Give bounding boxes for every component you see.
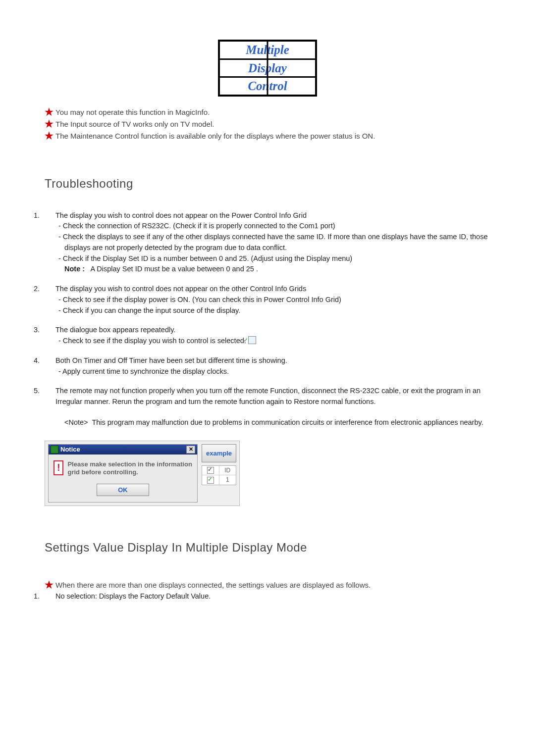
document-page: Multiple Display Control ★ You may not o… (0, 0, 535, 632)
top-note: ★ The Input source of TV works only on T… (45, 118, 490, 130)
ts-item-number: 4. (45, 355, 55, 366)
notice-example-panel: Notice ✕ ! Please make selection in the … (45, 441, 240, 506)
ts-sub: - Check the displays to see if any of th… (45, 232, 490, 253)
settings-display-heading: Settings Value Display In Multiple Displ… (45, 541, 490, 554)
ts-note-label: Note : (64, 265, 85, 273)
ts-item-4: 4.Both On Timer and Off Timer have been … (45, 355, 490, 377)
ts-note: Note : A Display Set ID must be a value … (45, 264, 490, 275)
ts-sub: - Check if the Display Set ID is a numbe… (45, 253, 490, 264)
section2-item-text: No selection: Displays the Factory Defau… (55, 592, 211, 600)
ts-sub: - Check if you can change the input sour… (45, 305, 490, 316)
ts-item-head: 1.The display you wish to control does n… (45, 210, 490, 221)
top-note-text: The Input source of TV works only on TV … (55, 120, 214, 128)
logo-divider-vertical (267, 42, 268, 95)
dialog-buttons: OK (49, 479, 197, 502)
ts-item-1: 1.The display you wish to control does n… (45, 210, 490, 275)
ts-sub: - Check to see if the display you wish t… (45, 336, 490, 347)
ts-item-3: 3.The dialogue box appears repeatedly. -… (45, 325, 490, 347)
global-note-text: This program may malfunction due to prob… (92, 418, 483, 426)
dialog-message: Please make selection in the information… (67, 460, 192, 477)
top-note: ★ You may not operate this function in M… (45, 106, 490, 118)
section2-note: ★ When there are more than one displays … (45, 579, 490, 591)
example-column: example ID 1 (202, 444, 236, 503)
close-icon[interactable]: ✕ (186, 446, 195, 454)
ts-sub: - Apply current time to synchronize the … (45, 366, 490, 377)
ts-item-text: The display you wish to control does not… (55, 285, 306, 293)
ok-button[interactable]: OK (97, 484, 149, 496)
section2-note-text: When there are more than one displays co… (55, 581, 371, 589)
section2-item-1: 1.No selection: Displays the Factory Def… (45, 591, 490, 602)
dialog-titlebar: Notice ✕ (49, 445, 197, 454)
ts-item-2: 2.The display you wish to control does n… (45, 284, 490, 316)
ts-item-number: 1. (45, 210, 55, 221)
notice-dialog: Notice ✕ ! Please make selection in the … (48, 444, 198, 503)
ts-item-text: The dialogue box appears repeatedly. (55, 326, 175, 334)
ts-item-number: 5. (45, 386, 55, 397)
global-note: <Note> This program may malfunction due … (74, 417, 490, 428)
checkbox-checked-icon (207, 477, 214, 484)
red-star-icon: ★ (45, 579, 54, 590)
checkbox-checked-icon (207, 467, 214, 474)
section2-item-number: 1. (45, 591, 55, 602)
ts-item-text: The remote may not function properly whe… (55, 387, 481, 405)
mini-table-id-header: ID (219, 466, 236, 475)
red-star-icon: ★ (45, 130, 54, 141)
ts-item-5: 5.The remote may not function properly w… (45, 386, 490, 407)
red-star-icon: ★ (45, 106, 54, 117)
ts-item-head: 4.Both On Timer and Off Timer have been … (45, 355, 490, 366)
ts-sub: - Check the connection of RS232C. (Check… (45, 221, 490, 232)
dialog-app-icon (51, 446, 58, 454)
mini-table-check-header (202, 466, 219, 475)
mini-table-id-value: 1 (219, 475, 236, 485)
dialog-body: ! Please make selection in the informati… (49, 454, 197, 479)
ts-sub: - Check to see if the display power is O… (45, 295, 490, 305)
ts-item-number: 3. (45, 325, 55, 336)
global-note-label: <Note> (64, 418, 88, 426)
ts-item-text: The display you wish to control does not… (55, 211, 307, 219)
ts-sub-text: - Check to see if the display you wish t… (58, 337, 246, 345)
warning-icon: ! (54, 460, 63, 475)
ts-item-text: Both On Timer and Off Timer have been se… (55, 356, 287, 364)
top-note: ★ The Maintenance Control function is av… (45, 130, 490, 142)
ts-item-head: 2.The display you wish to control does n… (45, 284, 490, 295)
section2-body: ★ When there are more than one displays … (45, 579, 490, 602)
troubleshooting-list: 1.The display you wish to control does n… (45, 210, 490, 428)
app-logo: Multiple Display Control (218, 40, 317, 97)
top-note-text: You may not operate this function in Mag… (55, 108, 210, 116)
top-notes-list: ★ You may not operate this function in M… (45, 106, 490, 142)
ts-item-head: 3.The dialogue box appears repeatedly. (45, 325, 490, 336)
id-mini-table: ID 1 (202, 465, 236, 486)
red-star-icon: ★ (45, 118, 54, 129)
ts-note-text: A Display Set ID must be a value between… (90, 265, 258, 273)
troubleshooting-heading: Troubleshooting (45, 177, 490, 191)
mini-table-row-check (202, 475, 219, 485)
ts-item-head: 5.The remote may not function properly w… (45, 386, 490, 407)
example-button[interactable]: example (202, 444, 236, 462)
ts-item-number: 2. (45, 284, 55, 295)
logo-container: Multiple Display Control (45, 40, 490, 97)
dialog-title: Notice (60, 446, 80, 453)
checkbox-checked-icon (248, 336, 256, 344)
top-note-text: The Maintenance Control function is avai… (55, 132, 375, 140)
